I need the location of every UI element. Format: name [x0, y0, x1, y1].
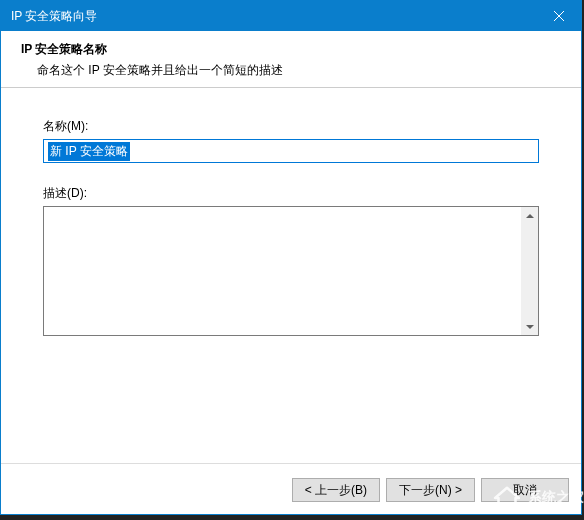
name-label: 名称(M): [43, 118, 539, 135]
wizard-header: IP 安全策略名称 命名这个 IP 安全策略并且给出一个简短的描述 [1, 31, 581, 88]
wizard-subtitle: 命名这个 IP 安全策略并且给出一个简短的描述 [21, 62, 561, 79]
next-button[interactable]: 下一步(N) > [386, 478, 475, 502]
close-button[interactable] [536, 1, 581, 31]
titlebar[interactable]: IP 安全策略向导 [1, 1, 581, 31]
scroll-up-button[interactable] [521, 207, 538, 224]
chevron-up-icon [526, 214, 534, 218]
svg-marker-2 [526, 214, 534, 218]
wizard-content: 名称(M): 新 IP 安全策略 描述(D): [1, 88, 581, 378]
separator [1, 463, 581, 464]
scrollbar[interactable] [521, 207, 538, 335]
chevron-down-icon [526, 325, 534, 329]
description-field-group: 描述(D): [43, 185, 539, 336]
button-bar: < 上一步(B) 下一步(N) > 取消 [292, 478, 569, 502]
scroll-down-button[interactable] [521, 318, 538, 335]
svg-marker-3 [526, 325, 534, 329]
description-label: 描述(D): [43, 185, 539, 202]
back-button[interactable]: < 上一步(B) [292, 478, 380, 502]
scroll-track[interactable] [521, 224, 538, 318]
description-textarea[interactable] [44, 207, 521, 335]
close-icon [554, 11, 564, 21]
name-input[interactable]: 新 IP 安全策略 [43, 139, 539, 163]
description-textarea-wrapper [43, 206, 539, 336]
cancel-button[interactable]: 取消 [481, 478, 569, 502]
wizard-title: IP 安全策略名称 [21, 41, 561, 58]
name-input-value: 新 IP 安全策略 [48, 142, 130, 161]
name-field-group: 名称(M): 新 IP 安全策略 [43, 118, 539, 163]
wizard-dialog: IP 安全策略向导 IP 安全策略名称 命名这个 IP 安全策略并且给出一个简短… [0, 0, 582, 515]
window-title: IP 安全策略向导 [11, 8, 97, 25]
